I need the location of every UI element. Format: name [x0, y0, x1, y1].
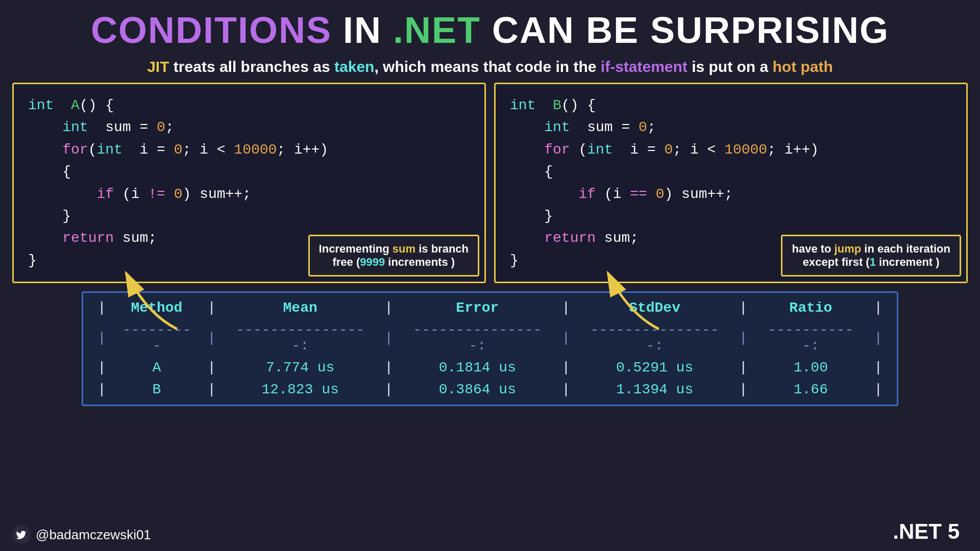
footer: @badamczewski01 [12, 525, 151, 544]
row-b-method: B [112, 379, 201, 400]
subtitle-text1: treats all branches as [169, 58, 335, 75]
tooltip-b: have to jump in each iterationexcept fir… [781, 235, 961, 277]
table-row-b: | B | 12.823 us | 0.3864 us | 1.1394 us … [91, 379, 889, 400]
net5-text: .NET 5 [893, 519, 960, 543]
arrow-a [65, 232, 208, 334]
row-b-pipe1: | [91, 379, 112, 400]
col-ratio-label: Ratio [754, 297, 868, 319]
row-b-error: 0.3864 us [399, 379, 555, 400]
col-sep4: | [733, 297, 754, 319]
arrow-b [547, 232, 690, 334]
net5-badge: .NET 5 [893, 519, 960, 544]
table-row-a: | A | 7.774 us | 0.1814 us | 0.5291 us |… [91, 357, 889, 379]
tooltip-a-increments: 9999 [360, 256, 385, 268]
tooltip-b-text1: have to [792, 242, 834, 255]
row-a-pipe2: | [201, 357, 222, 379]
twitter-handle: @badamczewski01 [36, 527, 151, 543]
row-b-stddev: 1.1394 us [576, 379, 732, 400]
col-mean-label: Mean [222, 297, 378, 319]
col-error-label: Error [399, 297, 555, 319]
tooltip-a: Incrementing sum is branchfree (9999 inc… [308, 235, 479, 277]
table-separator-row: | --------- | ----------------: | ------… [91, 319, 889, 357]
sep-ratio: -----------: [754, 319, 868, 357]
tooltip-b-text3: increment ) [876, 256, 940, 268]
row-a-method: A [112, 357, 201, 379]
tooltip-a-text3: increments ) [385, 256, 455, 268]
row-b-ratio: 1.66 [754, 379, 868, 400]
row-a-pipe1: | [91, 357, 112, 379]
row-b-pipe6: | [868, 379, 889, 400]
col-sep2: | [378, 297, 399, 319]
row-b-pipe3: | [378, 379, 399, 400]
tooltip-b-jump: jump [835, 242, 862, 255]
benchmark-table: | Method | Mean | Error | StdDev | Ratio… [91, 297, 889, 400]
sep-error: ----------------: [399, 319, 555, 357]
row-b-pipe2: | [201, 379, 222, 400]
tooltip-a-sum: sum [393, 242, 415, 255]
subtitle-if: if-statement [601, 58, 688, 75]
subtitle-text3: is put on a [688, 58, 773, 75]
table-header-row: | Method | Mean | Error | StdDev | Ratio… [91, 297, 889, 319]
title-in: IN [332, 10, 393, 51]
subtitle-jit: JIT [147, 58, 169, 75]
code-panels: int A() { int sum = 0; for(int i = 0; i … [0, 83, 980, 283]
row-a-stddev: 0.5291 us [576, 357, 732, 379]
col-sep5: | [868, 297, 889, 319]
row-a-error: 0.1814 us [399, 357, 555, 379]
sep-pipe6: | [868, 319, 889, 357]
title-net: .NET [393, 10, 481, 51]
row-a-pipe4: | [556, 357, 577, 379]
subtitle-hotpath: hot path [773, 58, 833, 75]
tooltip-a-text1: Incrementing [319, 242, 393, 255]
row-a-mean: 7.774 us [222, 357, 378, 379]
row-b-pipe4: | [556, 379, 577, 400]
title-conditions: CONDITIONS [91, 10, 332, 51]
page-title: CONDITIONS IN .NET CAN BE SURPRISING [0, 0, 980, 56]
sep-pipe3: | [378, 319, 399, 357]
code-panel-a: int A() { int sum = 0; for(int i = 0; i … [12, 83, 486, 283]
row-a-pipe5: | [733, 357, 754, 379]
row-a-pipe6: | [868, 357, 889, 379]
sep-pipe5: | [733, 319, 754, 357]
row-b-pipe5: | [733, 379, 754, 400]
sep-mean: ----------------: [222, 319, 378, 357]
row-b-mean: 12.823 us [222, 379, 378, 400]
code-panel-b: int B() { int sum = 0; for (int i = 0; i… [494, 83, 968, 283]
subtitle: JIT treats all branches as taken, which … [0, 56, 980, 83]
row-a-ratio: 1.00 [754, 357, 868, 379]
twitter-icon [12, 525, 31, 544]
row-a-pipe3: | [378, 357, 399, 379]
title-rest: CAN BE SURPRISING [481, 10, 889, 51]
tooltip-b-increments: 1 [870, 256, 876, 268]
subtitle-text2: , which means that code in the [374, 58, 600, 75]
subtitle-taken: taken [334, 58, 374, 75]
